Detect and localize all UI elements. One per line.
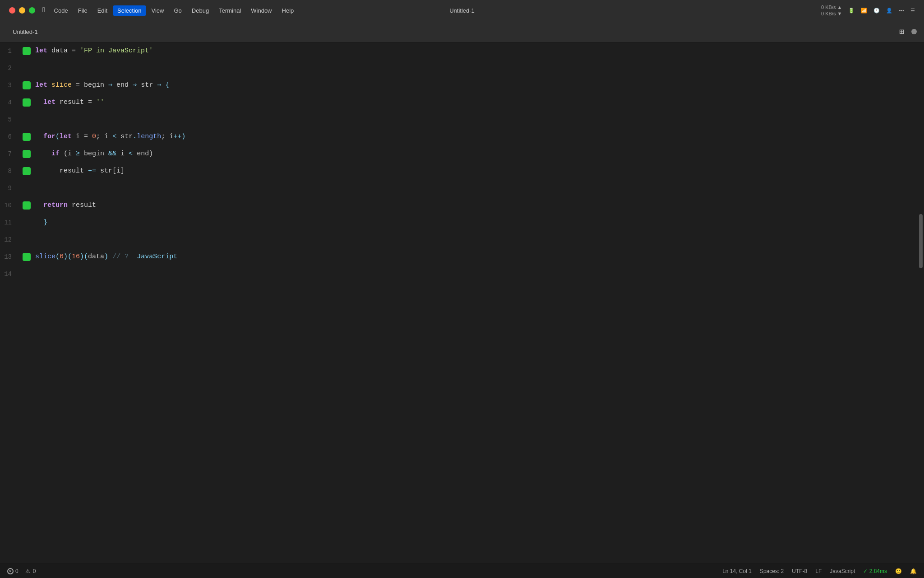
split-editor-icon[interactable]: ⊞ <box>899 27 904 37</box>
code-line-6: 6 for(let i = 0; i < str.length; i++) <box>0 128 918 145</box>
notification-icon[interactable]: 🔔 <box>910 568 917 574</box>
menu-code[interactable]: Code <box>50 5 73 16</box>
code-line-8: 8 result += str[i] <box>0 163 918 180</box>
breakpoint-13[interactable] <box>23 253 31 261</box>
unsaved-indicator <box>911 29 917 34</box>
language-mode[interactable]: JavaScript <box>830 568 855 574</box>
breakpoint-11[interactable] <box>23 219 31 227</box>
window-title: Untitled-1 <box>449 7 475 14</box>
code-line-10: 10 return result <box>0 197 918 214</box>
breakpoint-4[interactable] <box>23 98 31 107</box>
editor: 1let data = 'FP in JavaScript'23let slic… <box>0 42 924 564</box>
line-number-8: 8 <box>0 168 23 175</box>
code-line-9: 9 <box>0 180 918 197</box>
code-content-8: result += str[i] <box>35 163 125 180</box>
statusbar-left: ✕ 0 ⚠ 0 <box>7 568 36 574</box>
file-tab[interactable]: Untitled-1 <box>7 26 43 38</box>
code-content-7: if (i ≥ begin && i < end) <box>35 145 153 163</box>
lines-container: 1let data = 'FP in JavaScript'23let slic… <box>0 42 918 283</box>
maximize-button[interactable] <box>29 7 35 14</box>
timing: ✓ 2.84ms <box>863 568 887 574</box>
breakpoint-14[interactable] <box>23 270 31 278</box>
close-button[interactable] <box>9 7 15 14</box>
encoding[interactable]: UTF-8 <box>792 568 807 574</box>
code-line-4: 4 let result = '' <box>0 94 918 111</box>
warning-count[interactable]: ⚠ 0 <box>25 568 36 574</box>
tabbar: Untitled-1 ⊞ <box>0 21 924 42</box>
line-number-14: 14 <box>0 270 23 278</box>
menu-terminal[interactable]: Terminal <box>214 5 245 16</box>
breakpoint-6[interactable] <box>23 133 31 141</box>
menu-go[interactable]: Go <box>169 5 186 16</box>
line-number-10: 10 <box>0 202 23 209</box>
breakpoint-9[interactable] <box>23 184 31 192</box>
code-line-3: 3let slice = begin ⇒ end ⇒ str ⇒ { <box>0 77 918 94</box>
titlebar-left:  Code File Edit Selection View Go Debug… <box>9 5 298 16</box>
line-number-11: 11 <box>0 219 23 226</box>
traffic-lights <box>9 7 35 14</box>
warning-number: 0 <box>33 568 36 574</box>
more-icon: ••• <box>899 8 904 13</box>
statusbar-right: Ln 14, Col 1 Spaces: 2 UTF-8 LF JavaScri… <box>722 568 917 574</box>
line-number-6: 6 <box>0 133 23 140</box>
breakpoint-5[interactable] <box>23 116 31 124</box>
wifi-icon: 📶 <box>861 8 867 14</box>
menu-window[interactable]: Window <box>246 5 276 16</box>
line-number-5: 5 <box>0 116 23 123</box>
breakpoint-3[interactable] <box>23 81 31 89</box>
code-line-7: 7 if (i ≥ begin && i < end) <box>0 145 918 163</box>
line-number-3: 3 <box>0 82 23 89</box>
menu-bar:  Code File Edit Selection View Go Debug… <box>42 5 298 16</box>
apple-logo:  <box>42 6 47 14</box>
cursor-position[interactable]: Ln 14, Col 1 <box>722 568 752 574</box>
menu-edit[interactable]: Edit <box>93 5 112 16</box>
network-status: 0 KB/s ▲0 KB/s ▼ <box>821 4 842 17</box>
code-content-11: } <box>35 214 47 231</box>
breakpoint-2[interactable] <box>23 64 31 72</box>
breakpoint-8[interactable] <box>23 167 31 175</box>
code-line-13: 13slice(6)(16)(data) // ? JavaScript <box>0 248 918 266</box>
line-number-9: 9 <box>0 185 23 192</box>
smiley-icon[interactable]: 🙂 <box>895 568 902 574</box>
line-ending[interactable]: LF <box>815 568 822 574</box>
scrollbar[interactable] <box>918 42 924 564</box>
indentation[interactable]: Spaces: 2 <box>760 568 784 574</box>
code-content-13: slice(6)(16)(data) // ? JavaScript <box>35 248 177 266</box>
code-line-14: 14 <box>0 266 918 283</box>
scrollbar-thumb[interactable] <box>919 214 923 268</box>
battery-icon: 🔋 <box>848 8 855 14</box>
error-number: 0 <box>15 568 18 574</box>
breakpoint-12[interactable] <box>23 236 31 244</box>
error-icon: ✕ <box>7 568 14 574</box>
list-icon: ☰ <box>910 8 915 14</box>
line-number-4: 4 <box>0 99 23 106</box>
titlebar:  Code File Edit Selection View Go Debug… <box>0 0 924 21</box>
menu-help[interactable]: Help <box>277 5 299 16</box>
line-number-13: 13 <box>0 253 23 261</box>
menu-debug[interactable]: Debug <box>187 5 213 16</box>
line-number-7: 7 <box>0 150 23 158</box>
menu-view[interactable]: View <box>147 5 169 16</box>
menu-file[interactable]: File <box>74 5 92 16</box>
line-number-12: 12 <box>0 236 23 243</box>
code-content-4: let result = '' <box>35 94 104 111</box>
error-count[interactable]: ✕ 0 <box>7 568 18 574</box>
minimize-button[interactable] <box>19 7 25 14</box>
code-content-6: for(let i = 0; i < str.length; i++) <box>35 128 185 145</box>
statusbar: ✕ 0 ⚠ 0 Ln 14, Col 1 Spaces: 2 UTF-8 LF … <box>0 564 924 578</box>
warning-icon: ⚠ <box>25 568 31 574</box>
breakpoint-1[interactable] <box>23 47 31 55</box>
code-content-1: let data = 'FP in JavaScript' <box>35 42 153 60</box>
breakpoint-7[interactable] <box>23 150 31 158</box>
editor-content: 1let data = 'FP in JavaScript'23let slic… <box>0 42 918 564</box>
breakpoint-10[interactable] <box>23 201 31 210</box>
code-line-5: 5 <box>0 111 918 128</box>
code-line-12: 12 <box>0 231 918 248</box>
code-line-2: 2 <box>0 60 918 77</box>
line-number-2: 2 <box>0 65 23 72</box>
clock-icon: 🕐 <box>873 8 880 14</box>
menu-selection[interactable]: Selection <box>113 5 146 16</box>
tabbar-right: ⊞ <box>899 27 917 37</box>
code-content-10: return result <box>35 197 96 214</box>
titlebar-right: 0 KB/s ▲0 KB/s ▼ 🔋 📶 🕐 👤 ••• ☰ <box>821 4 915 17</box>
